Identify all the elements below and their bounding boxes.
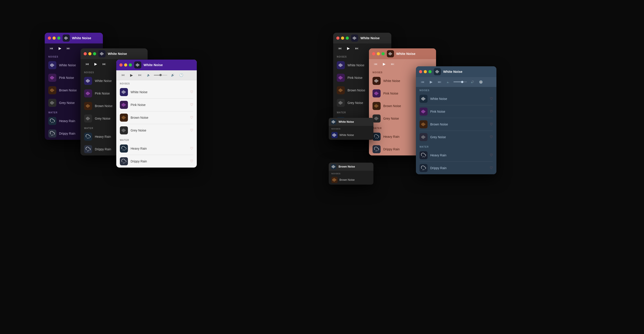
svg-rect-181 bbox=[332, 120, 333, 123]
maximize-button-5[interactable] bbox=[382, 52, 384, 55]
vol-low-btn-6[interactable]: 🔈 bbox=[445, 79, 451, 85]
minimize-button-1[interactable] bbox=[52, 37, 56, 40]
svg-rect-128 bbox=[377, 80, 378, 82]
minimize-button-3[interactable] bbox=[124, 63, 127, 67]
forward-btn-4[interactable]: ⏭ bbox=[354, 45, 360, 52]
volume-slider-3[interactable] bbox=[154, 75, 167, 76]
heart-grey-3[interactable]: ♡ bbox=[190, 128, 193, 132]
maximize-button-1[interactable] bbox=[57, 37, 60, 40]
maximize-button-6[interactable] bbox=[428, 70, 432, 73]
wf-grey-3 bbox=[122, 128, 126, 133]
maximize-button-4[interactable] bbox=[346, 37, 349, 40]
svg-rect-189 bbox=[336, 134, 336, 136]
list-item-grey-6[interactable]: Grey Noise ♡ bbox=[416, 131, 496, 143]
heart-pink-6[interactable]: ♡ bbox=[490, 109, 493, 114]
timer-btn-6[interactable]: 🕐 bbox=[478, 79, 484, 85]
close-button-2[interactable] bbox=[84, 52, 87, 55]
svg-rect-93 bbox=[355, 37, 356, 39]
svg-rect-44 bbox=[90, 93, 90, 94]
svg-rect-196 bbox=[334, 178, 334, 181]
rewind-btn-5[interactable]: ⏮ bbox=[372, 61, 379, 67]
item-name-rain-3: Heavy Rain bbox=[130, 147, 188, 150]
list-item-drip-3[interactable]: Drippy Rain ♡ bbox=[116, 155, 197, 168]
titlebar-1: White Noise bbox=[45, 33, 103, 44]
close-button-4[interactable] bbox=[336, 37, 340, 40]
list-item-grey-3[interactable]: Grey Noise ♡ bbox=[116, 124, 197, 137]
close-button-5[interactable] bbox=[372, 52, 375, 55]
timer-btn-3[interactable]: 🕐 bbox=[178, 72, 184, 78]
forward-btn-2[interactable]: ⏭ bbox=[101, 61, 107, 67]
minimize-button-4[interactable] bbox=[341, 37, 344, 40]
rewind-btn-4[interactable]: ⏮ bbox=[337, 45, 343, 52]
heart-drip-3[interactable]: ♡ bbox=[190, 159, 193, 163]
list-item-white-7[interactable]: White Noise bbox=[329, 130, 374, 140]
volume-slider-6[interactable] bbox=[454, 82, 467, 82]
play-btn-5[interactable]: ▶ bbox=[381, 61, 387, 67]
heart-white-6[interactable]: ♡ bbox=[490, 97, 493, 101]
forward-btn-3[interactable]: ⏭ bbox=[137, 72, 143, 78]
list-item-rain-6[interactable]: Heavy Rain ♡ bbox=[416, 149, 496, 161]
item-name-white-7: White Noise bbox=[340, 133, 371, 137]
heart-rain-3[interactable]: ♡ bbox=[190, 146, 193, 150]
list-item-pink-6[interactable]: Pink Noise ♡ bbox=[416, 105, 496, 118]
forward-btn-1[interactable]: ⏭ bbox=[65, 45, 72, 52]
forward-btn-5[interactable]: ⏭ bbox=[390, 61, 396, 67]
heart-rain-6[interactable]: ♡ bbox=[490, 153, 493, 157]
svg-rect-112 bbox=[340, 101, 341, 105]
vol-high-btn-3[interactable]: 🔊 bbox=[170, 72, 176, 78]
list-item-drip-6[interactable]: Drippy Rain ♡ bbox=[416, 162, 496, 174]
close-button-1[interactable] bbox=[48, 37, 51, 40]
list-item-brown-6[interactable]: Brown Noise ♡ bbox=[416, 118, 496, 131]
app-icon-4 bbox=[351, 35, 358, 42]
vol-high-btn-6[interactable]: 🔊 bbox=[469, 79, 476, 85]
heart-brown-6[interactable]: ♡ bbox=[490, 122, 493, 126]
maximize-button-3[interactable] bbox=[129, 63, 132, 67]
titlebar-5: White Noise bbox=[369, 48, 436, 59]
vol-low-btn-3[interactable]: 🔈 bbox=[145, 72, 152, 78]
svg-rect-105 bbox=[339, 89, 339, 91]
rewind-btn-3[interactable]: ⏮ bbox=[120, 72, 126, 78]
rewind-btn-2[interactable]: ⏮ bbox=[84, 61, 90, 67]
item-name-brown-8: Brown Noise bbox=[340, 178, 371, 182]
window-blue-front: White Noise ⏮ ▶ ⏭ 🔈 🔊 🕐 NOISES White Noi… bbox=[416, 66, 496, 174]
traffic-lights-2 bbox=[84, 52, 96, 55]
heart-pink-3[interactable]: ♡ bbox=[190, 103, 193, 107]
icon-white-7 bbox=[332, 132, 338, 138]
svg-rect-17 bbox=[52, 88, 52, 92]
svg-rect-103 bbox=[341, 76, 342, 79]
list-item-brown-8[interactable]: Brown Noise bbox=[329, 175, 374, 185]
close-button-3[interactable] bbox=[120, 63, 122, 67]
maximize-button-2[interactable] bbox=[93, 52, 96, 55]
svg-rect-154 bbox=[438, 71, 439, 72]
window-mini-7: White Noise NOISES White Noise bbox=[329, 118, 374, 140]
list-item-white-3[interactable]: White Noise ♡ bbox=[116, 86, 197, 98]
play-btn-6[interactable]: ▶ bbox=[428, 79, 434, 85]
forward-btn-6[interactable]: ⏭ bbox=[436, 79, 443, 85]
list-item-white-6[interactable]: White Noise ♡ bbox=[416, 93, 496, 105]
svg-rect-46 bbox=[87, 104, 88, 107]
heart-grey-6[interactable]: ♡ bbox=[490, 135, 493, 139]
play-btn-2[interactable]: ▶ bbox=[92, 61, 99, 67]
close-button-6[interactable] bbox=[419, 70, 422, 73]
list-item-rain-3[interactable]: Heavy Rain ♡ bbox=[116, 142, 197, 155]
minimize-button-5[interactable] bbox=[377, 52, 380, 55]
play-btn-4[interactable]: ▶ bbox=[345, 45, 352, 52]
play-btn-3[interactable]: ▶ bbox=[128, 72, 134, 78]
list-item-brown-3[interactable]: Brown Noise ♡ bbox=[116, 111, 197, 124]
icon-drip-3 bbox=[120, 157, 128, 165]
minimize-button-6[interactable] bbox=[424, 70, 427, 73]
heart-drip-6[interactable]: ♡ bbox=[490, 166, 493, 170]
svg-rect-126 bbox=[376, 79, 376, 82]
svg-rect-90 bbox=[353, 37, 353, 39]
rewind-btn-1[interactable]: ⏮ bbox=[48, 45, 54, 52]
svg-rect-162 bbox=[423, 110, 424, 113]
waveform-icon-8 bbox=[332, 164, 336, 169]
play-btn-1[interactable]: ▶ bbox=[57, 45, 63, 52]
heart-white-3[interactable]: ♡ bbox=[190, 90, 193, 94]
minimize-button-2[interactable] bbox=[88, 52, 92, 55]
heart-brown-3[interactable]: ♡ bbox=[190, 115, 193, 120]
list-item-pink-3[interactable]: Pink Noise ♡ bbox=[116, 99, 197, 111]
svg-rect-122 bbox=[390, 52, 390, 55]
svg-rect-156 bbox=[422, 97, 423, 100]
rewind-btn-6[interactable]: ⏮ bbox=[420, 79, 426, 85]
